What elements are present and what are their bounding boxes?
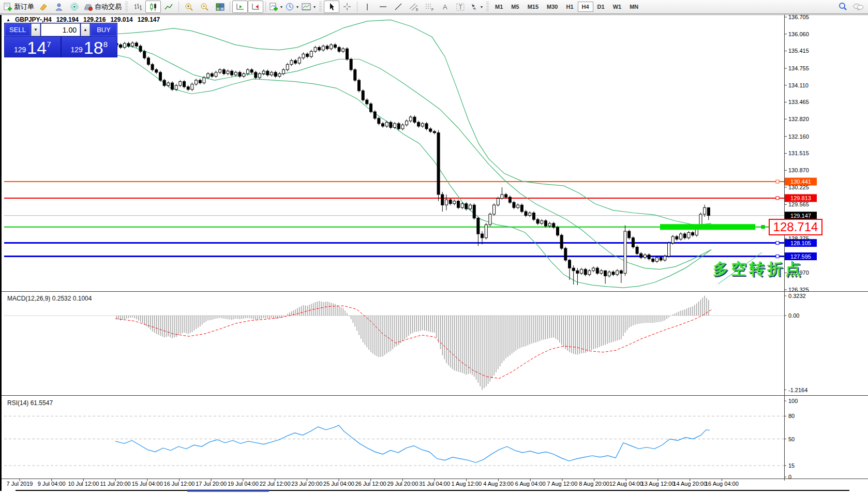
chart-shift-button[interactable] (248, 1, 263, 13)
collapse-arrow-icon[interactable]: ▲ (6, 18, 10, 22)
macd-indicator-label: MACD(12,26,9) 0.2532 0.1004 (7, 295, 92, 302)
candle (425, 124, 428, 129)
autotrade-button[interactable]: 自动交易 (82, 1, 123, 13)
main-toolbar: 新订单 自动交易 ▾ ▾ ▾ E F A T ▾ M1 M5 M15 M30 H… (0, 0, 868, 14)
candle (457, 201, 459, 208)
text-button[interactable]: A (437, 1, 453, 13)
svg-text:80: 80 (788, 413, 795, 419)
svg-text:-1.2164: -1.2164 (788, 387, 807, 393)
fibonacci-button[interactable]: F (422, 1, 437, 13)
candle (342, 49, 345, 51)
crosshair-button[interactable] (339, 1, 355, 13)
label-icon: T (456, 3, 466, 11)
date-tick-label: 26 Jul 12:00 (355, 481, 386, 487)
buy-button[interactable]: BUY (91, 23, 117, 36)
tile-windows-icon (216, 3, 225, 11)
profile-button[interactable] (51, 1, 67, 13)
candle (119, 45, 122, 48)
arrows-button[interactable]: ▾ (468, 1, 484, 13)
tab-h4[interactable]: H4 (578, 2, 593, 12)
candle (382, 124, 384, 126)
candle (357, 80, 360, 91)
tab-m1[interactable]: M1 (491, 2, 507, 12)
candle (350, 59, 352, 69)
cursor-button[interactable] (324, 1, 339, 13)
toolbar-grip (125, 2, 128, 12)
candle (266, 71, 269, 75)
cursor-icon (327, 3, 336, 11)
crosshair-icon (343, 3, 352, 11)
zoom-in-button[interactable] (181, 1, 197, 13)
candles-chart-icon (149, 3, 158, 11)
candle (655, 258, 658, 262)
signal-button[interactable] (67, 1, 82, 13)
candles-chart-button[interactable] (145, 1, 161, 13)
symbol-period: GBPJPY-,H4 (15, 16, 52, 23)
tab-mn[interactable]: MN (625, 2, 642, 12)
tab-w1[interactable]: W1 (609, 2, 626, 12)
tab-m30[interactable]: M30 (543, 2, 562, 12)
macd-signal-line (115, 306, 712, 378)
chevron-down-icon: ▾ (481, 5, 483, 9)
autoscroll-button[interactable] (232, 1, 248, 13)
volume-input[interactable] (41, 23, 80, 36)
candle (195, 80, 198, 84)
tab-m15[interactable]: M15 (523, 2, 543, 12)
tile-windows-button[interactable] (212, 1, 228, 13)
volume-decrease-button[interactable]: ▼ (31, 23, 40, 36)
candle (624, 231, 626, 273)
vertical-line-button[interactable] (360, 1, 375, 13)
trendline-button[interactable] (391, 1, 406, 13)
label-button[interactable]: T (453, 1, 468, 13)
candle (604, 271, 607, 276)
line-chart-icon (164, 3, 173, 11)
svg-text:126.325: 126.325 (788, 287, 809, 293)
channel-button[interactable]: E (406, 1, 422, 13)
periods-button[interactable]: ▾ (284, 1, 300, 13)
bars-chart-button[interactable] (130, 1, 145, 13)
candle (222, 70, 225, 74)
candle (234, 72, 237, 75)
candle (163, 80, 166, 85)
chart-canvas[interactable]: 130.441129.813128.714128.105127.595136.7… (0, 0, 868, 493)
date-tick-label: 14 Aug 20:00 (673, 481, 707, 487)
rsi-indicator-label: RSI(14) 61.5547 (7, 399, 53, 407)
toolbar-grip (486, 2, 489, 12)
horizontal-line-button[interactable] (375, 1, 391, 13)
candle (664, 256, 666, 260)
tab-m5[interactable]: M5 (507, 2, 523, 12)
chat-button[interactable] (850, 1, 866, 13)
buy-price-box[interactable]: 129 18 8 (62, 37, 117, 57)
candle (560, 235, 563, 248)
candle (437, 133, 440, 195)
line-chart-button[interactable] (161, 1, 176, 13)
candle (211, 73, 213, 76)
candle (390, 122, 392, 127)
indicators-button[interactable]: ▾ (268, 1, 284, 13)
chart-ohlc-header: ▲ GBPJPY-,H4 129.194 129.216 129.014 129… (6, 16, 160, 23)
tab-h1[interactable]: H1 (562, 2, 577, 12)
date-tick-label: 13 Aug 12:00 (641, 481, 675, 487)
sell-price-box[interactable]: 129 14 7 (5, 37, 61, 57)
zoom-out-button[interactable] (197, 1, 212, 13)
volume-increase-button[interactable]: ▲ (81, 23, 90, 36)
candle (564, 248, 567, 260)
candle (366, 100, 368, 104)
templates-button[interactable]: ▾ (300, 1, 317, 13)
rsi-value: 61.5547 (31, 399, 53, 407)
new-order-button[interactable]: 新订单 (2, 1, 36, 13)
candle (135, 43, 138, 46)
candle (318, 48, 321, 50)
candle (529, 213, 531, 215)
candle (131, 43, 134, 46)
zoom-out-icon (200, 3, 209, 11)
sell-button[interactable]: SELL (5, 23, 31, 36)
tab-d1[interactable]: D1 (593, 2, 609, 12)
candle (421, 124, 424, 126)
candle (493, 205, 496, 214)
candle (497, 199, 499, 205)
highlighter-button[interactable] (36, 1, 51, 13)
candle (453, 201, 456, 204)
search-button[interactable] (835, 1, 850, 13)
candle (334, 45, 336, 48)
